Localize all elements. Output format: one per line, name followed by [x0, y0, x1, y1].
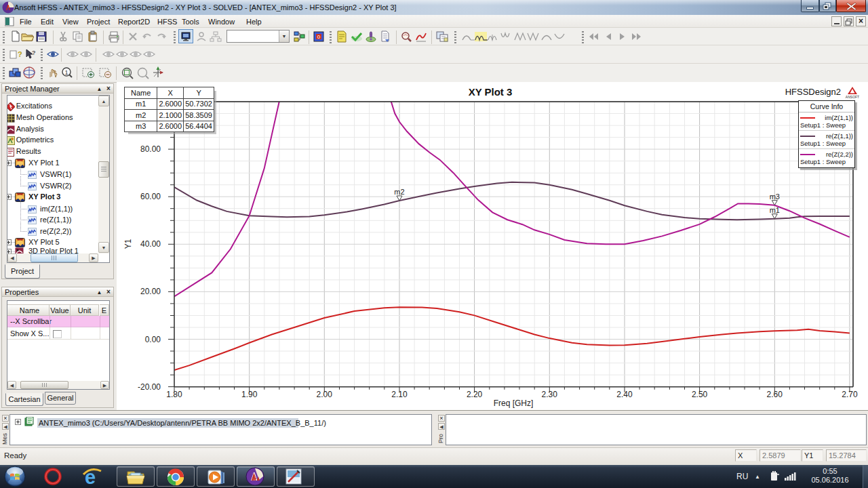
- svg-text:2.40: 2.40: [616, 390, 633, 399]
- svg-text:2.60: 2.60: [767, 390, 783, 399]
- svg-text:m3: m3: [770, 192, 780, 201]
- svg-text:Y1: Y1: [123, 239, 133, 249]
- svg-text:XY Plot 3: XY Plot 3: [469, 86, 513, 98]
- svg-text:60.00: 60.00: [140, 192, 161, 201]
- svg-text:2.70: 2.70: [842, 390, 858, 399]
- svg-text:HFSSDesign2: HFSSDesign2: [785, 87, 841, 97]
- svg-text:2.10: 2.10: [391, 390, 408, 399]
- svg-text:0: 0: [317, 34, 321, 40]
- svg-text:40.00: 40.00: [140, 239, 161, 249]
- svg-text:Freq [GHz]: Freq [GHz]: [494, 399, 534, 408]
- svg-text:2.00: 2.00: [317, 390, 333, 399]
- svg-text:?: ?: [18, 50, 22, 58]
- svg-text:-20.00: -20.00: [138, 382, 161, 392]
- svg-text:0.00: 0.00: [145, 335, 161, 344]
- svg-text:1.90: 1.90: [241, 390, 258, 399]
- svg-text:2.50: 2.50: [692, 390, 708, 399]
- svg-text:2.30: 2.30: [542, 390, 558, 399]
- svg-text:ANSOFT: ANSOFT: [846, 95, 859, 99]
- svg-text:m2: m2: [394, 188, 404, 196]
- svg-text:1.80: 1.80: [166, 390, 182, 399]
- svg-text:1: 1: [64, 69, 68, 76]
- svg-text:2.20: 2.20: [467, 390, 483, 399]
- svg-text:?: ?: [32, 49, 36, 56]
- svg-text:20.00: 20.00: [140, 287, 161, 296]
- svg-text:80.00: 80.00: [140, 144, 161, 154]
- svg-text:m1: m1: [770, 206, 780, 214]
